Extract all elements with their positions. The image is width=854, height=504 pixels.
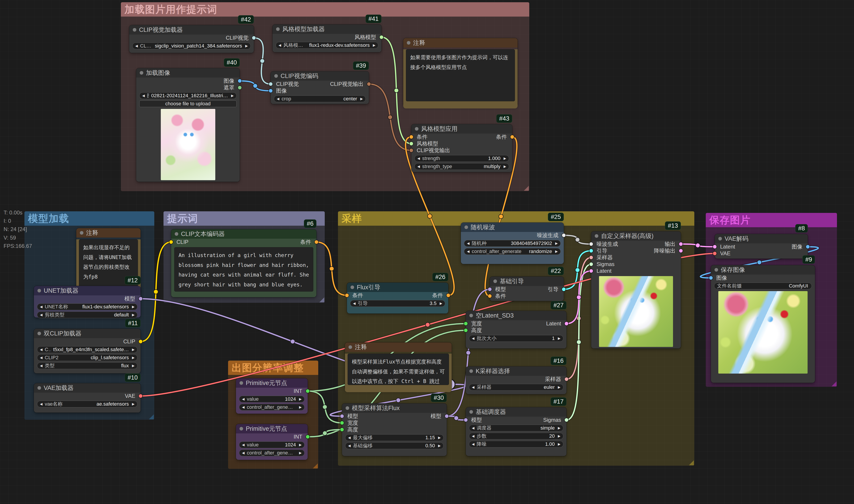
prompt-textarea[interactable]: An illustration of a girl with cherry bl…: [174, 247, 313, 291]
node-clip-text-encode[interactable]: CLIP文本编码器#6CLIP条件An illustration of a gi…: [171, 229, 316, 297]
widget-CLIP1[interactable]: ◀CLIP1t5xxl_fp8_e4m3fn_scaled.safete…▶: [37, 346, 138, 353]
node-primitive-width-header[interactable]: Primitive元节点: [236, 378, 308, 388]
node-style-model-apply[interactable]: 风格模型应用#43条件条件风格模型CLIP视觉输出◀strength1.000▶…: [411, 124, 512, 172]
node-primitive-width[interactable]: Primitive元节点INT◀value1024▶◀control_after…: [236, 378, 308, 414]
combo-left-arrow-icon[interactable]: ◀: [472, 434, 474, 438]
widget-control_after_generate[interactable]: ◀control_after_generaterandomize▶: [464, 248, 561, 255]
widget-最大偏移[interactable]: ◀最大偏移1.15▶: [345, 434, 443, 441]
combo-right-arrow-icon[interactable]: ▶: [555, 241, 558, 246]
node-sampler-custom-advanced[interactable]: 自定义采样器(高级)#13噪波生成输出引导降噪输出采样器SigmasLatent: [591, 231, 681, 348]
node-style-model-loader[interactable]: 风格模型加载器#41风格模型◀风格模型名称flux1-redux-dev.saf…: [273, 24, 382, 52]
input-port-噪波生成[interactable]: [589, 242, 593, 246]
input-port-条件[interactable]: [345, 293, 349, 298]
combo-right-arrow-icon[interactable]: ▶: [132, 305, 135, 309]
widget-图像[interactable]: ◀图像02821-20241124_162216_Illustri…▶: [139, 92, 237, 99]
widget-批次大小[interactable]: ◀批次大小1▶: [469, 335, 563, 342]
note-text[interactable]: 如果需要使用多张图片作为提示词，可以连接多个风格模型应用节点: [406, 49, 515, 101]
node-note-model-sampling[interactable]: 注释模型采样算法Flux节点根据宽度和高度自动调整偏移值，如果不需要这样做，可以…: [345, 342, 452, 390]
widget-文件名前缀[interactable]: 文件名前缀ComfyUI: [714, 283, 812, 289]
combo-right-arrow-icon[interactable]: ▶: [299, 443, 302, 447]
output-port-采样器[interactable]: [564, 377, 569, 381]
input-port-模型[interactable]: [488, 287, 492, 291]
input-port-CLIP视觉[interactable]: [268, 82, 273, 86]
group-model-load-header[interactable]: 模型加载: [24, 211, 154, 226]
widget-control_after_generate…[interactable]: ◀control_after_generate…▶: [239, 404, 304, 411]
group-resolution-header[interactable]: 出图分辨率调整: [228, 361, 318, 375]
node-basic-scheduler-header[interactable]: 基础调度器: [466, 407, 567, 417]
output-port-遮罩[interactable]: [238, 85, 242, 90]
widget-control_after_generate…[interactable]: ◀control_after_generate…▶: [239, 450, 304, 456]
widget-crop[interactable]: ◀cropcenter▶: [274, 95, 366, 102]
output-port-噪波生成[interactable]: [561, 233, 566, 237]
group-save-image-header[interactable]: 保存图片: [706, 213, 837, 227]
node-load-image[interactable]: 加载图像#40图像遮罩◀图像02821-20241124_162216_Illu…: [136, 68, 240, 182]
output-port-模型[interactable]: [138, 296, 143, 301]
widget-value[interactable]: ◀value1024▶: [239, 396, 304, 402]
combo-left-arrow-icon[interactable]: ◀: [472, 426, 474, 430]
input-port-CLIP[interactable]: [169, 240, 173, 244]
input-port-采样器[interactable]: [589, 255, 593, 260]
node-clip-vision-encode-header[interactable]: CLIP视觉编码: [271, 71, 369, 81]
input-port-模型[interactable]: [340, 414, 344, 418]
combo-left-arrow-icon[interactable]: ◀: [40, 347, 42, 352]
combo-right-arrow-icon[interactable]: ▶: [245, 44, 248, 48]
combo-left-arrow-icon[interactable]: ◀: [277, 97, 279, 101]
combo-left-arrow-icon[interactable]: ◀: [467, 241, 470, 246]
input-port-宽度[interactable]: [340, 421, 344, 425]
output-port-CLIP视觉输出[interactable]: [367, 82, 371, 86]
output-port-条件[interactable]: [446, 293, 451, 298]
node-unet-loader-header[interactable]: UNET加载器: [34, 286, 141, 295]
output-port-图像[interactable]: [805, 245, 810, 249]
node-basic-scheduler[interactable]: 基础调度器#17模型Sigmas◀调度器simple▶◀步数20▶◀降噪1.00…: [466, 407, 567, 456]
combo-left-arrow-icon[interactable]: ◀: [472, 385, 474, 389]
graph-canvas[interactable]: T: 0.00s I: 0 N: 24 [24] V: 59 FPS:166.6…: [0, 0, 854, 504]
widget-value[interactable]: ◀value1024▶: [239, 442, 304, 448]
node-note-multi-image[interactable]: 注释如果需要使用多张图片作为提示词，可以连接多个风格模型应用节点: [403, 38, 518, 107]
input-port-条件[interactable]: [409, 135, 414, 139]
output-port-CLIP视觉[interactable]: [251, 36, 256, 40]
widget-基础偏移[interactable]: ◀基础偏移0.50▶: [345, 443, 443, 449]
combo-left-arrow-icon[interactable]: ◀: [348, 436, 351, 440]
output-port-引导[interactable]: [561, 287, 566, 291]
group-resize-handle[interactable]: [524, 186, 529, 191]
combo-right-arrow-icon[interactable]: ▶: [558, 336, 560, 340]
output-port-降噪输出[interactable]: [679, 249, 683, 253]
combo-left-arrow-icon[interactable]: ◀: [242, 443, 245, 447]
widget-CLIP名称[interactable]: ◀CLIP名称sigclip_vision_patch14_384.safete…: [132, 42, 251, 49]
combo-right-arrow-icon[interactable]: ▶: [132, 313, 135, 317]
node-primitive-height-header[interactable]: Primitive元节点: [236, 424, 308, 433]
combo-left-arrow-icon[interactable]: ◀: [40, 313, 42, 317]
combo-right-arrow-icon[interactable]: ▶: [504, 164, 506, 168]
combo-left-arrow-icon[interactable]: ◀: [472, 336, 474, 340]
combo-right-arrow-icon[interactable]: ▶: [558, 426, 560, 430]
widget-CLIP2[interactable]: ◀CLIP2clip_l.safetensors▶: [37, 354, 138, 361]
combo-left-arrow-icon[interactable]: ◀: [40, 305, 42, 309]
input-port-引导[interactable]: [589, 249, 593, 253]
node-clip-vision-encode[interactable]: CLIP视觉编码#39CLIP视觉CLIP视觉输出图像◀cropcenter▶: [271, 71, 369, 104]
combo-right-arrow-icon[interactable]: ▶: [360, 97, 363, 101]
node-style-model-loader-header[interactable]: 风格模型加载器: [273, 24, 382, 34]
node-note-vram-header[interactable]: 注释: [76, 228, 141, 237]
output-port-VAE[interactable]: [138, 394, 143, 398]
node-load-image-header[interactable]: 加载图像: [136, 68, 240, 77]
node-basic-guider[interactable]: 基础引导#22模型引导条件: [490, 276, 564, 301]
node-random-noise-header[interactable]: 随机噪波: [461, 222, 564, 232]
combo-right-arrow-icon[interactable]: ▶: [132, 402, 135, 406]
combo-right-arrow-icon[interactable]: ▶: [504, 157, 506, 160]
input-port-宽度[interactable]: [464, 321, 468, 326]
node-ksampler-select-header[interactable]: K采样器选择: [466, 366, 567, 376]
output-port-Sigmas[interactable]: [564, 418, 569, 422]
output-port-条件[interactable]: [510, 135, 515, 139]
combo-left-arrow-icon[interactable]: ◀: [472, 442, 474, 446]
widget-随机种[interactable]: ◀随机种308404854972902▶: [464, 240, 561, 247]
node-ksampler-select[interactable]: K采样器选择#16采样器◀采样器euler▶: [466, 366, 567, 394]
group-resize-handle[interactable]: [689, 460, 694, 465]
combo-right-arrow-icon[interactable]: ▶: [132, 364, 135, 368]
node-vae-decode-header[interactable]: VAE解码: [715, 234, 808, 244]
combo-right-arrow-icon[interactable]: ▶: [558, 434, 560, 438]
input-port-VAE[interactable]: [713, 251, 717, 256]
input-port-图像[interactable]: [268, 89, 273, 93]
input-port-Latent[interactable]: [713, 245, 717, 249]
combo-right-arrow-icon[interactable]: ▶: [299, 451, 302, 455]
node-model-sampling-flux[interactable]: 模型采样算法Flux#30模型模型宽度高度◀最大偏移1.15▶◀基础偏移0.50…: [342, 403, 447, 456]
